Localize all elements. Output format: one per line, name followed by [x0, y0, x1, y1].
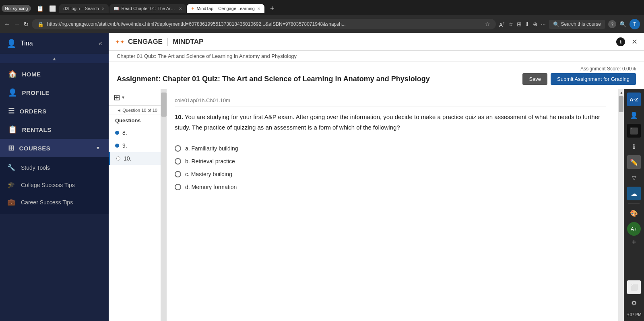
user-name: Tina [21, 40, 33, 47]
search-icon: 🔍 [553, 21, 559, 27]
q-item-9[interactable]: 9. [109, 139, 161, 152]
info-btn[interactable]: ℹ [616, 37, 625, 46]
tab-2-close[interactable]: ✕ [179, 6, 182, 11]
q-list: 8. 9. 10. [109, 126, 161, 321]
grid-icon[interactable]: ⊞ [114, 93, 120, 102]
option-c-radio[interactable] [175, 171, 181, 177]
content-scrollbar[interactable]: ▲ [618, 89, 624, 321]
search-course-area[interactable]: 🔍 Search this course [549, 20, 605, 29]
right-sidebar: A-Z 👤 ⬛ ℹ ✏️ ▽ ☁ 🎨 A+ + ⬜ ⚙ 9:37 PM [624, 89, 644, 321]
question-list-scrollbar[interactable] [161, 89, 167, 321]
rs-icon-cloud[interactable]: ☁ [627, 187, 641, 200]
sidebar: 👤 Tina « ▲ 🏠 HOME 👤 PROFILE ☰ ORDERS 📋 R… [0, 33, 109, 321]
user-avatar[interactable]: T [630, 19, 640, 29]
tab-1-close[interactable]: ✕ [101, 6, 105, 11]
collapse-icon[interactable]: « [99, 40, 102, 47]
sidebar-item-courses[interactable]: ⊞ COURSES ▼ [0, 139, 109, 157]
rs-icon-gear[interactable]: ⚙ [627, 296, 641, 310]
rs-icon-az[interactable]: A-Z [627, 93, 641, 106]
split-icon[interactable]: ⊞ [517, 21, 522, 27]
option-b-radio[interactable] [175, 158, 181, 165]
sidebar-item-home[interactable]: 🏠 HOME [0, 65, 109, 83]
q-item-10[interactable]: 10. [109, 152, 161, 165]
scrollbar-thumb[interactable] [161, 93, 167, 117]
home-icon: 🏠 [8, 70, 17, 78]
assignment-title-row: Assignment: Chapter 01 Quiz: The Art and… [117, 73, 636, 85]
option-a-radio[interactable] [175, 145, 181, 152]
option-b-label: b. Retrieval practice [185, 158, 235, 165]
question-num: 10. [175, 113, 183, 120]
browser-tools: A↑ ☆ ⊞ ⬇ ⊕ ··· [499, 20, 546, 28]
sidebar-item-rentals[interactable]: 📋 RENTALS [0, 120, 109, 139]
study-tools-label: Study Tools [21, 165, 50, 171]
tab-icon-2[interactable]: ⬜ [47, 5, 58, 12]
rs-icon-person[interactable]: 👤 [627, 108, 641, 122]
scroll-up-indicator[interactable]: ▲ [0, 54, 109, 63]
tab-3[interactable]: ✦ MindTap – Cengage Learning ✕ [187, 4, 264, 13]
app-layout: 👤 Tina « ▲ 🏠 HOME 👤 PROFILE ☰ ORDERS 📋 R… [0, 33, 644, 321]
refresh-btn[interactable]: ↻ [23, 21, 29, 28]
study-tools-icon: 🔧 [6, 164, 16, 171]
new-tab-btn[interactable]: + [268, 4, 277, 13]
search-course-label: Search this course [561, 21, 601, 27]
content-scroll-thumb[interactable] [619, 96, 623, 112]
tab-1[interactable]: d2l login – Search ✕ [59, 4, 108, 13]
rs-plus-btn[interactable]: + [632, 238, 636, 247]
tab-3-label: MindTap – Cengage Learning [197, 6, 255, 11]
close-btn[interactable]: ✕ [632, 37, 638, 46]
rs-icon-palette[interactable]: 🎨 [627, 206, 641, 220]
assignment-title: Assignment: Chapter 01 Quiz: The Art and… [117, 74, 516, 84]
fav-icon[interactable]: ☆ [508, 21, 514, 27]
ext-icon[interactable]: ⊕ [533, 21, 538, 27]
option-c[interactable]: c. Mastery building [175, 168, 606, 181]
option-d-radio[interactable] [175, 184, 181, 190]
help-btn[interactable]: ? [608, 20, 616, 28]
back-btn[interactable]: ← [4, 21, 10, 28]
q-item-8[interactable]: 8. [109, 126, 161, 139]
content-scroll-up[interactable]: ▲ [618, 89, 624, 96]
sidebar-item-profile[interactable]: 👤 PROFILE [0, 83, 109, 102]
breadcrumb: Chapter 01 Quiz: The Art and Science of … [109, 51, 644, 62]
rs-icon-a-plus[interactable]: A+ [627, 222, 641, 236]
sidebar-item-orders[interactable]: ☰ ORDERS [0, 102, 109, 120]
assignment-score-text: Assignment Score: 0.00% [580, 66, 636, 72]
nav-bar: ← → ↻ 🔒 https://ng.cengage.com/static/nb… [0, 15, 644, 33]
star-icon[interactable]: ☆ [485, 21, 490, 27]
career-success-label: Career Success Tips [21, 199, 73, 206]
forward-btn[interactable]: → [14, 21, 20, 28]
download-icon[interactable]: ⬇ [525, 21, 530, 27]
assignment-header: Assignment Score: 0.00% Assignment: Chap… [109, 62, 644, 89]
tab-icon-1[interactable]: 📋 [34, 5, 46, 12]
rs-icon-pencil[interactable]: ✏️ [627, 155, 641, 169]
tab-3-close[interactable]: ✕ [257, 6, 260, 11]
submit-button[interactable]: Submit Assignment for Grading [551, 73, 636, 85]
profile-btn[interactable]: 🔍 [619, 21, 626, 27]
user-icon: 👤 [6, 39, 17, 48]
logo-pipe: | [167, 37, 169, 46]
rs-icon-dark-box[interactable]: ⬛ [627, 124, 641, 138]
option-d[interactable]: d. Memory formation [175, 181, 606, 193]
rs-divider [628, 203, 640, 204]
cengage-header: ✦✦ CENGAGE | MINDTAP ℹ ✕ [109, 33, 644, 51]
more-icon[interactable]: ··· [541, 21, 546, 27]
save-button[interactable]: Save [522, 73, 547, 85]
sidebar-item-college-success[interactable]: 🎓 College Success Tips [0, 176, 109, 193]
rs-icon-info[interactable]: ℹ [627, 140, 641, 153]
option-a-label: a. Familiarity building [185, 145, 238, 152]
tab-2[interactable]: 📖 Read Chapter 01: The Art and Scie... ✕ [109, 4, 186, 13]
rs-icon-arrow-down[interactable]: ▽ [627, 171, 641, 185]
sidebar-item-career-success[interactable]: 💼 Career Success Tips [0, 193, 109, 211]
career-success-icon: 💼 [6, 198, 16, 206]
tab-bar: Not syncing 📋 ⬜ d2l login – Search ✕ 📖 R… [0, 0, 644, 15]
option-a[interactable]: a. Familiarity building [175, 142, 606, 155]
tab-1-label: d2l login – Search [63, 6, 99, 11]
dropdown-arrow[interactable]: ▾ [122, 95, 124, 100]
not-syncing-badge[interactable]: Not syncing [2, 5, 31, 12]
nav-items: 🏠 HOME 👤 PROFILE ☰ ORDERS 📋 RENTALS ⊞ CO… [0, 63, 109, 321]
font-icon[interactable]: A↑ [499, 20, 505, 28]
cengage-logo-text: CENGAGE [128, 38, 163, 46]
address-bar[interactable]: 🔒 https://ng.cengage.com/static/nb/ui/ev… [32, 19, 496, 29]
sidebar-item-study-tools[interactable]: 🔧 Study Tools [0, 159, 109, 176]
rs-icon-white-box[interactable]: ⬜ [627, 280, 641, 294]
option-b[interactable]: b. Retrieval practice [175, 155, 606, 168]
